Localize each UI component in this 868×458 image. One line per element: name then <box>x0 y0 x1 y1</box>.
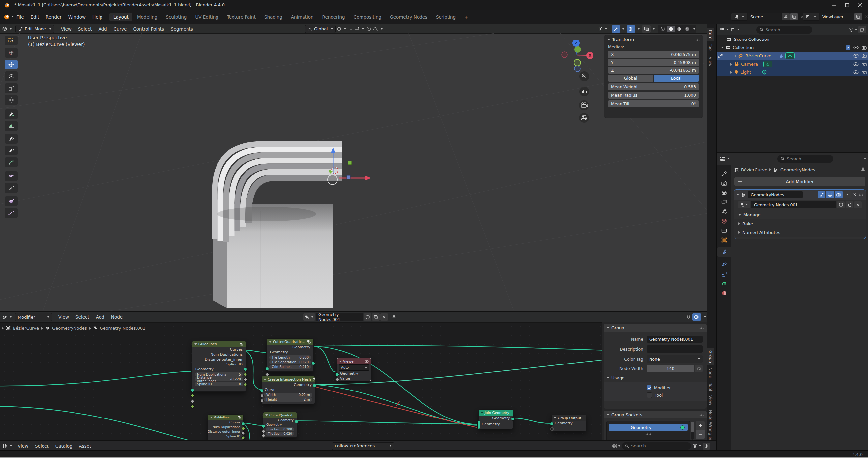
shield-icon[interactable] <box>837 201 845 208</box>
vp-menu-view[interactable]: View <box>58 26 75 32</box>
description-field[interactable] <box>647 346 703 353</box>
node-group-browse-icon[interactable] <box>738 201 750 208</box>
render-visibility-icon[interactable] <box>862 54 867 58</box>
modifier-tab-active[interactable] <box>717 247 731 257</box>
node-canvas[interactable]: BézierCurve GeometryNodes Geometry Nodes… <box>0 322 707 441</box>
orientation-dropdown[interactable]: Global <box>305 25 336 33</box>
vp-menu-curve[interactable]: Curve <box>111 26 130 32</box>
tool-tab-icon[interactable] <box>721 171 727 177</box>
copy-node-group-icon[interactable] <box>372 314 380 321</box>
modifier-edit-mode-toggle[interactable] <box>817 191 826 198</box>
tab-sculpting[interactable]: Sculpting <box>162 13 190 22</box>
viewport-canvas[interactable]: Z X <box>0 33 707 311</box>
transform-tool-button[interactable] <box>5 95 18 105</box>
editor-type-nodes-icon[interactable] <box>0 315 13 320</box>
unlink-node-group-icon[interactable] <box>380 314 388 321</box>
viewport[interactable]: Edit Mode View Select Add Curve Control … <box>0 24 707 311</box>
node-cuttedquadrati[interactable]: CuttedQuadrati... Geometry Geometry Tile… <box>263 412 297 437</box>
unlink-icon[interactable] <box>854 201 862 208</box>
expand-icon[interactable] <box>735 55 736 57</box>
curve-data-tab-icon[interactable] <box>721 281 727 286</box>
space-global-button[interactable]: Global <box>608 75 653 81</box>
socket-list-item-geometry[interactable]: Geometry <box>609 424 688 431</box>
tile-len-field[interactable]: Tile Len...0.200 <box>266 427 294 431</box>
snap-dropdown[interactable] <box>349 27 364 31</box>
maximize-icon[interactable] <box>845 3 849 7</box>
modifier-drag-handle[interactable] <box>859 193 863 196</box>
editor-type-3d-icon[interactable] <box>0 26 13 31</box>
modifier-collapse-icon[interactable] <box>737 194 739 196</box>
render-visibility-icon[interactable] <box>862 62 867 66</box>
geometry-nodes-badge-icon[interactable] <box>785 52 795 59</box>
vp-menu-segments[interactable]: Segments <box>167 26 196 32</box>
extrude-tool-button[interactable] <box>5 196 18 206</box>
ne-menu-view[interactable]: View <box>55 315 72 320</box>
gizmo-toggle[interactable] <box>612 25 624 33</box>
node-guidelines-1[interactable]: Guidelines Curves Num Duplications Dista… <box>192 341 246 392</box>
render-visibility-icon[interactable] <box>862 46 867 50</box>
menu-edit[interactable]: Edit <box>27 14 42 20</box>
constraints-tab-icon[interactable] <box>721 271 727 277</box>
tile-length-field[interactable]: Tile Length0.200 <box>269 355 311 360</box>
socket-list-drag[interactable] <box>645 432 651 435</box>
asset-browser-icon[interactable] <box>0 444 14 449</box>
render-visibility-icon[interactable] <box>862 70 867 74</box>
tab-ne-view[interactable]: View <box>707 393 714 407</box>
asset-search-input[interactable]: Search <box>622 442 691 450</box>
collection-exclude-checkbox[interactable] <box>845 45 850 50</box>
tab-compositing[interactable]: Compositing <box>350 13 385 22</box>
pin-scene-icon[interactable] <box>782 13 789 21</box>
scene-tab-icon[interactable] <box>721 209 727 214</box>
tab-geometry-nodes[interactable]: Geometry Nodes <box>386 13 431 22</box>
asset-filter-icon[interactable] <box>693 444 701 448</box>
modifier-remove-icon[interactable] <box>851 193 858 197</box>
tab-item[interactable]: Item <box>707 28 714 41</box>
scene-icon[interactable] <box>731 13 747 21</box>
fake-user-shield-icon[interactable] <box>364 314 371 321</box>
tile-separation-field[interactable]: Tile Separation0.020 <box>269 360 311 364</box>
ne-overlays-toggle[interactable] <box>692 314 701 321</box>
add-workspace-button[interactable]: + <box>460 13 472 22</box>
distance-outer-inner-field[interactable]: Distance outer_inner-0.220 <box>195 377 243 381</box>
tab-texture-paint[interactable]: Texture Paint <box>223 13 260 22</box>
node-group-output[interactable]: Group Output Geometry <box>551 415 586 431</box>
median-z-field[interactable]: Z-0.041663 m <box>608 67 699 74</box>
properties-options-icon[interactable] <box>864 158 866 159</box>
node-tree-type-dropdown[interactable]: Modifier <box>15 313 52 321</box>
proportional-editing-dropdown[interactable] <box>367 26 382 31</box>
remove-socket-button[interactable] <box>696 430 705 439</box>
overlays-toggle[interactable] <box>627 25 640 33</box>
color-tag-dropdown[interactable]: None <box>647 355 703 362</box>
group-sockets-drag[interactable] <box>699 413 704 416</box>
copy-icon[interactable] <box>845 201 853 208</box>
empty-socket[interactable] <box>550 427 554 431</box>
viewlayer-name-field[interactable]: ViewLayer <box>819 13 854 21</box>
light-data-badge-icon[interactable] <box>762 70 767 75</box>
as-menu-select[interactable]: Select <box>32 444 52 449</box>
group-sockets-panel-title[interactable]: Group Sockets <box>611 412 642 417</box>
tile-sep-field[interactable]: Tile Sep...0.020 <box>266 432 294 436</box>
tab-node-wrangler[interactable]: Node Wrangler <box>707 407 714 443</box>
shading-wireframe-icon[interactable] <box>659 26 666 32</box>
hide-eye-icon[interactable] <box>853 46 859 50</box>
material-tab-icon[interactable] <box>721 290 727 296</box>
usage-panel-title[interactable]: Usage <box>611 375 625 380</box>
row-camera[interactable]: Camera <box>717 60 868 68</box>
viewlayer-icon[interactable] <box>803 13 819 21</box>
node-viewer[interactable]: Viewer Auto Geometry Value <box>337 358 371 381</box>
show-object-types-dropdown[interactable] <box>598 26 607 31</box>
radius-tool-button[interactable] <box>5 183 18 193</box>
mean-weight-field[interactable]: Mean Weight0.583 <box>608 83 699 90</box>
outliner-display-mode-dropdown[interactable] <box>720 27 728 32</box>
shading-dropdown-icon[interactable] <box>693 28 695 30</box>
usage-tool-checkbox[interactable] <box>647 392 652 398</box>
manage-panel-header[interactable]: Manage <box>734 210 866 219</box>
collapse-icon[interactable] <box>721 47 724 48</box>
draw-curve-tool-button[interactable] <box>5 134 18 143</box>
viewer-domain-dropdown[interactable]: Auto <box>339 364 369 371</box>
asset-settings-gear-icon[interactable] <box>703 443 710 450</box>
node-join-geometry[interactable]: Join Geometry Geometry Geometry <box>478 409 514 429</box>
camera-data-badge-icon[interactable] <box>763 61 772 67</box>
node-create-intersection-mesh[interactable]: Create Intersection Mesh Geometry Curve … <box>261 376 315 404</box>
close-icon[interactable] <box>858 3 862 7</box>
